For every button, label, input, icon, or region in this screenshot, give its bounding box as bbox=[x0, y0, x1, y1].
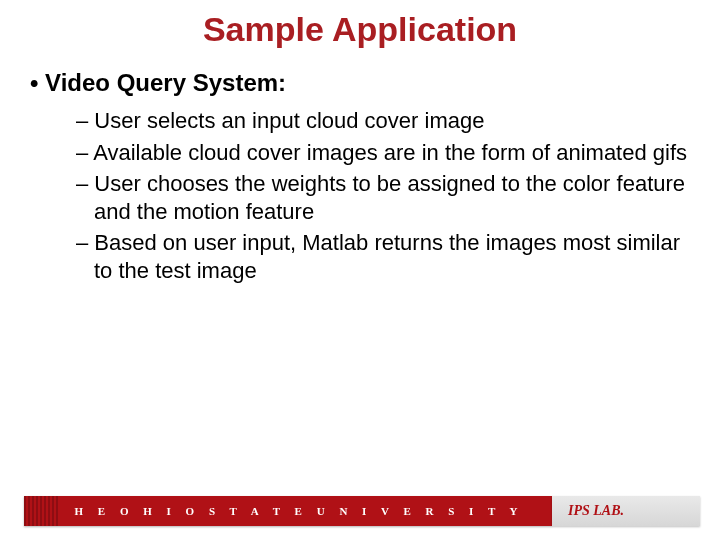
slide: Sample Application Video Query System: U… bbox=[0, 0, 720, 540]
bullet-L2-item: Available cloud cover images are in the … bbox=[76, 139, 690, 167]
footer-university-text: T H E O H I O S T A T E U N I V E R S I … bbox=[53, 505, 524, 517]
bullet-L2-item: User chooses the weights to be assigned … bbox=[76, 170, 690, 225]
bullet-L1-item: Video Query System: User selects an inpu… bbox=[30, 69, 690, 284]
slide-content: Video Query System: User selects an inpu… bbox=[0, 49, 720, 284]
footer-accent-block bbox=[24, 496, 60, 526]
footer-university-bar: T H E O H I O S T A T E U N I V E R S I … bbox=[24, 496, 552, 526]
footer-lab-bar: IPS LAB. bbox=[552, 496, 700, 526]
bullet-L2-item: User selects an input cloud cover image bbox=[76, 107, 690, 135]
bullet-L2-item: Based on user input, Matlab returns the … bbox=[76, 229, 690, 284]
bullet-L1-label: Video Query System: bbox=[45, 69, 286, 96]
bullet-list-L1: Video Query System: User selects an inpu… bbox=[30, 69, 690, 284]
footer-lab-text: IPS LAB. bbox=[568, 503, 624, 519]
footer: T H E O H I O S T A T E U N I V E R S I … bbox=[0, 496, 720, 526]
bullet-list-L2: User selects an input cloud cover image … bbox=[30, 107, 690, 284]
slide-title: Sample Application bbox=[0, 0, 720, 49]
